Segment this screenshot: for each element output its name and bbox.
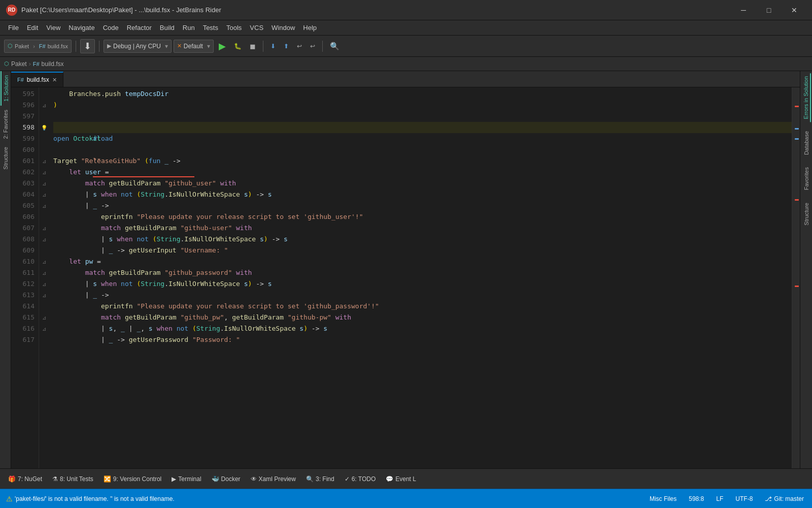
- undo-button[interactable]: ↩: [307, 39, 318, 53]
- minimize-button[interactable]: ─: [732, 3, 755, 18]
- encoding-item[interactable]: UTF-8: [733, 489, 755, 509]
- docker-tool[interactable]: 🐳 Docker: [208, 472, 245, 486]
- menu-build[interactable]: Build: [156, 20, 179, 36]
- code-line-608: | s when not (String.IsNullOrWhiteSpace …: [53, 234, 792, 245]
- xaml-icon: 👁: [251, 475, 257, 483]
- vcs-history[interactable]: ↩: [294, 39, 305, 53]
- menu-help[interactable]: Help: [299, 20, 321, 36]
- git-branch-item[interactable]: ⎇ Git: master: [763, 489, 806, 509]
- maximize-button[interactable]: □: [757, 3, 781, 18]
- debug-button[interactable]: 🐛: [231, 39, 245, 53]
- favorites-tab[interactable]: 2: Favorites: [1, 106, 10, 143]
- left-sidebar-tabs: 1: Solution 2: Favorites Structure: [0, 71, 11, 468]
- solution-tab[interactable]: 1: Solution: [1, 71, 11, 106]
- menu-run[interactable]: Run: [179, 20, 199, 36]
- project-selector[interactable]: ⬡ Paket › F# build.fsx: [4, 40, 72, 53]
- version-control-icon: 🔀: [104, 475, 111, 483]
- gutter-596[interactable]: ⊿: [39, 100, 49, 111]
- code-line-612: | s when not (String.IsNullOrWhiteSpace …: [53, 278, 792, 290]
- ln-613: 613: [11, 290, 35, 301]
- structure-panel-tab-right[interactable]: Structure: [802, 200, 810, 229]
- gutter-598[interactable]: 💡: [39, 122, 49, 133]
- separator: [76, 41, 76, 52]
- code-line-599: open Octokit: [53, 133, 792, 144]
- gutter-616[interactable]: ⊿: [39, 323, 49, 334]
- gutter-606: [39, 211, 49, 223]
- tab-build-fsx[interactable]: F# build.fsx ✕: [11, 72, 63, 87]
- menu-edit[interactable]: Edit: [23, 20, 42, 36]
- gutter-603[interactable]: ⊿: [39, 178, 49, 189]
- favorites-panel-tab-right[interactable]: Favorites: [802, 164, 810, 193]
- gutter-613[interactable]: ⊿: [39, 290, 49, 301]
- error-indicator-2: [795, 199, 799, 201]
- misc-files-item[interactable]: Misc Files: [648, 489, 679, 509]
- gutter-597: [39, 111, 49, 122]
- xaml-label: Xaml Preview: [259, 475, 296, 483]
- separator2: [99, 41, 99, 52]
- code-editor[interactable]: Branches.push tempDocsDir ) #load "" ope…: [49, 87, 792, 468]
- breadcrumb-paket[interactable]: ⬡ Paket: [4, 60, 27, 68]
- gutter-611[interactable]: ⊿: [39, 267, 49, 278]
- ln-617: 617: [11, 334, 35, 345]
- vcs-update[interactable]: ⬇: [267, 39, 279, 53]
- code-line-616: | s, _ | _, s when not (String.IsNullOrW…: [53, 323, 792, 334]
- gutter-602[interactable]: ⊿: [39, 167, 49, 178]
- debug-config[interactable]: ▶ Debug | Any CPU ▾: [104, 40, 172, 53]
- run-button[interactable]: ▶: [216, 39, 229, 53]
- menu-file[interactable]: File: [4, 20, 23, 36]
- ln-612: 612: [11, 278, 35, 290]
- encoding: UTF-8: [735, 495, 753, 502]
- search-button[interactable]: 🔍: [327, 39, 343, 53]
- find-tool[interactable]: 🔍 3: Find: [302, 472, 339, 486]
- tab-close-button[interactable]: ✕: [52, 77, 57, 83]
- errors-panel-tab[interactable]: Errors in Solution: [802, 73, 811, 122]
- database-panel-tab[interactable]: Database: [802, 128, 810, 158]
- run-config-deploy[interactable]: ⬇: [80, 39, 95, 53]
- gutter-615[interactable]: ⊿: [39, 312, 49, 323]
- app-icon: RD: [6, 5, 17, 16]
- structure-tab[interactable]: Structure: [1, 143, 10, 174]
- menu-window[interactable]: Window: [267, 20, 299, 36]
- default-config[interactable]: ✕ Default ▾: [174, 40, 214, 53]
- status-error-area: ⚠ 'paket-files/' is not a valid filename…: [6, 495, 639, 503]
- gutter-610[interactable]: ⊿: [39, 256, 49, 267]
- version-control-tool[interactable]: 🔀 9: Version Control: [99, 472, 165, 486]
- status-bar: ⚠ 'paket-files/' is not a valid filename…: [0, 489, 812, 508]
- gutter-600: [39, 144, 49, 155]
- menu-refactor[interactable]: Refactor: [123, 20, 156, 36]
- menu-code[interactable]: Code: [99, 20, 123, 36]
- todo-tool[interactable]: ✓ 6: TODO: [341, 472, 380, 486]
- unit-tests-tool[interactable]: ⚗ 8: Unit Tests: [48, 472, 97, 486]
- line-ending-item[interactable]: LF: [714, 489, 725, 509]
- menu-view[interactable]: View: [42, 20, 64, 36]
- code-line-607: match getBuildParam "github-user" with: [53, 223, 792, 234]
- cursor-position: 598:8: [689, 495, 704, 502]
- nuget-tool[interactable]: 🎁 7: NuGet: [4, 472, 46, 486]
- gutter-608[interactable]: ⊿: [39, 234, 49, 245]
- scroll-indicators: [792, 87, 800, 468]
- menu-tools[interactable]: Tools: [222, 20, 246, 36]
- terminal-tool[interactable]: ▶ Terminal: [167, 472, 205, 486]
- gutter-614: [39, 301, 49, 312]
- stop-button[interactable]: ◼: [247, 39, 259, 53]
- breadcrumb-file[interactable]: F# build.fsx: [33, 60, 64, 68]
- menu-navigate[interactable]: Navigate: [64, 20, 98, 36]
- close-button[interactable]: ✕: [783, 3, 806, 18]
- xaml-preview-tool[interactable]: 👁 Xaml Preview: [247, 472, 300, 486]
- gutter-605[interactable]: ⊿: [39, 200, 49, 211]
- gutter-604[interactable]: ⊿: [39, 189, 49, 200]
- gutter-612[interactable]: ⊿: [39, 278, 49, 290]
- gutter-607[interactable]: ⊿: [39, 223, 49, 234]
- gutter-595: [39, 88, 49, 100]
- cursor-position-item[interactable]: 598:8: [687, 489, 706, 509]
- editor-body: 595 596 597 598 599 600 601 602 603 604 …: [11, 87, 800, 468]
- vcs-commit[interactable]: ⬆: [281, 39, 292, 53]
- ln-610: 610: [11, 256, 35, 267]
- event-log-tool[interactable]: 💬 Event L: [382, 472, 420, 486]
- menu-vcs[interactable]: VCS: [246, 20, 267, 36]
- menu-tests[interactable]: Tests: [199, 20, 222, 36]
- gutter-617: [39, 334, 49, 345]
- code-line-613: | _ ->: [53, 290, 792, 301]
- gutter-601[interactable]: ⊿: [39, 155, 49, 167]
- ln-606: 606: [11, 211, 35, 223]
